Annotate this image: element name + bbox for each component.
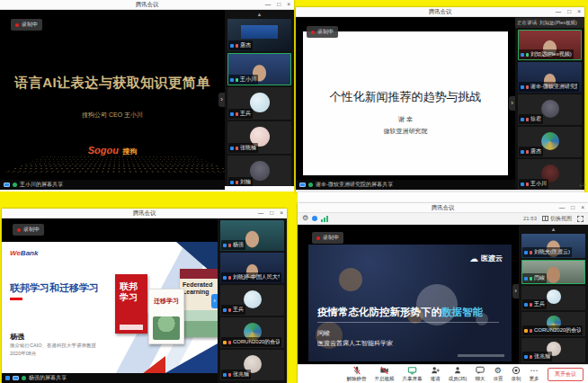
chat-button[interactable]: 聊天 <box>475 367 485 382</box>
participant-tile[interactable]: 唐杰 <box>518 127 582 157</box>
participant-tile[interactable]: 王兵 <box>227 87 291 120</box>
participant-name: 王小川 <box>240 76 256 84</box>
close-button[interactable]: × <box>581 205 584 211</box>
titlebar[interactable]: 腾讯会议 — □ × <box>296 7 584 17</box>
participant-tile[interactable]: CORUN2020的会议 <box>220 317 284 348</box>
settings-gear-icon[interactable]: ⚙ <box>302 215 308 222</box>
sidebar-collapse-handle[interactable]: › <box>512 284 519 298</box>
participant-name: 张兆楠 <box>233 370 249 379</box>
minimize-button[interactable]: — <box>265 2 272 8</box>
book-footer-decoration <box>120 325 143 330</box>
invite-button[interactable]: 邀请 <box>431 367 441 382</box>
tool-label: 共享屏幕 <box>403 376 423 382</box>
book-illustration <box>153 316 180 340</box>
minimize-button[interactable]: — <box>556 9 562 15</box>
participant-name: 刘楠 <box>240 178 251 186</box>
titlebar[interactable]: 腾讯会议 — □ × <box>2 209 287 218</box>
close-button[interactable]: × <box>577 9 581 15</box>
participant-tile[interactable]: 王兵 <box>220 285 284 316</box>
slide-title: 联邦学习和迁移学习 <box>10 281 118 295</box>
members-button[interactable]: 成员(35) <box>449 367 468 382</box>
participant-name: 张兆楠 <box>534 352 550 361</box>
record-dot-icon <box>17 228 21 232</box>
participant-tile-active-speaker[interactable]: 闫峻 <box>521 260 585 284</box>
participant-name: 唐杰 <box>530 147 541 156</box>
titlebar[interactable]: 腾讯会议 — □ × <box>0 0 294 10</box>
member-icon <box>223 308 227 312</box>
slide: WeBank 联邦学习和迁移学习 杨强 微众银行CAIO、香港科技大学讲席教授 … <box>2 242 218 374</box>
participant-tile[interactable]: 张晓楠 <box>227 121 291 154</box>
book-cover-federated-cn: 联邦学习 <box>115 274 147 334</box>
participant-name: 唐杰 <box>240 41 251 49</box>
screen-share-icon <box>299 183 306 187</box>
participant-tile-active-speaker[interactable]: 刘知远(Plex视频) <box>518 30 582 60</box>
close-button[interactable]: × <box>287 2 290 8</box>
slide: 个性化新闻推荐的趋势与挑战 谢 幸 微软亚洲研究院 <box>303 31 508 175</box>
recording-label: 录制中 <box>22 21 38 29</box>
mic-icon <box>530 277 532 281</box>
book-illustration <box>180 310 218 337</box>
close-button[interactable]: × <box>280 210 283 217</box>
settings-button[interactable]: ⚙ 设置 <box>493 367 503 382</box>
maximize-button[interactable]: □ <box>270 210 273 217</box>
participant-tile[interactable]: 谢幸-微软亚洲研究院 <box>518 62 582 93</box>
minimize-button[interactable]: — <box>258 210 264 217</box>
switch-view-button[interactable]: 切换视图 <box>542 215 572 223</box>
titlebar[interactable]: 腾讯会议 — □ × <box>298 203 588 213</box>
participant-tile[interactable]: 王兵 <box>521 286 585 310</box>
start-video-button[interactable]: 开启视频 <box>375 367 395 382</box>
participants-sidebar: 杨强 刘晓婷-中国人民大学 王兵 CORUN2020的会议 张兆楠 <box>218 218 287 383</box>
participant-tile[interactable]: 杨强 <box>220 220 284 251</box>
mic-icon <box>228 341 231 344</box>
scroll-up-icon[interactable]: ▲ <box>257 11 263 18</box>
sidebar-collapse-handle[interactable]: › <box>218 93 225 107</box>
collage-white-strip <box>298 192 588 203</box>
member-icon <box>521 85 524 89</box>
maximize-button[interactable]: □ <box>567 9 571 15</box>
avatar <box>541 132 559 150</box>
maximize-button[interactable]: □ <box>277 2 281 8</box>
share-status-text: 王小川的屏幕共享 <box>20 181 63 189</box>
slide-title: 语言AI让表达与获取知识更简单 <box>0 75 225 92</box>
participant-tile[interactable]: 刘晓婷-中国人民大学 <box>220 253 284 283</box>
sidebar-collapse-handle[interactable]: › <box>211 294 218 308</box>
more-button[interactable]: ⋯ 更多 <box>529 367 539 382</box>
unmute-button[interactable]: 解除静音 <box>347 367 367 382</box>
tool-label: 录制 <box>511 376 521 382</box>
collage-canvas: 腾讯会议 — □ × 录制中 语言AI让表达与获取知识更简单 搜狗公司 CEO … <box>0 0 588 383</box>
participant-tile[interactable]: CORUN2020的会议 <box>521 312 585 336</box>
record-dot-icon <box>15 23 19 27</box>
maximize-button[interactable]: □ <box>571 205 575 211</box>
member-icon <box>524 277 528 281</box>
share-screen-button[interactable]: 共享屏幕 <box>403 367 423 382</box>
window-title: 腾讯会议 <box>432 204 455 212</box>
sogou-logo-cn: 搜狗 <box>122 147 137 156</box>
scroll-up-icon[interactable]: ▲ <box>551 226 557 233</box>
minimize-button[interactable]: — <box>559 205 566 211</box>
tool-label: 设置 <box>493 376 503 382</box>
mic-icon <box>530 303 532 307</box>
meeting-status-bar: ⚙ 21:53 切换视图 <box>298 213 588 225</box>
record-button[interactable]: 录制 <box>511 367 521 382</box>
slide-date: 2020年08月 <box>10 351 36 357</box>
mic-icon <box>236 78 238 82</box>
participant-tile[interactable]: 刘楠 <box>227 156 291 188</box>
participant-tile[interactable]: 唐杰 <box>227 19 291 51</box>
sidebar-collapse-handle[interactable]: › <box>509 96 515 111</box>
fullscreen-icon[interactable] <box>577 216 584 222</box>
mic-icon <box>228 308 231 312</box>
participant-name: 王小川 <box>530 180 547 188</box>
participant-tile[interactable]: 王小川 <box>518 159 582 190</box>
meeting-toolbar: 解除静音 开启视频 共享屏幕 邀请 <box>298 364 588 383</box>
participant-tile[interactable]: 徐君 <box>518 94 582 125</box>
participant-tile[interactable]: 张兆楠 <box>521 338 585 362</box>
participant-name: 闫峻 <box>534 274 545 282</box>
participant-name: 王兵 <box>240 110 251 118</box>
participant-tile[interactable]: 刘晓光(医渡云) <box>521 234 585 258</box>
participant-tile[interactable]: 张兆楠 <box>220 350 284 380</box>
tool-label: 成员(35) <box>449 376 468 382</box>
record-circle-icon <box>512 367 521 375</box>
participant-tile-active-speaker[interactable]: 王小川 <box>227 53 291 85</box>
leave-meeting-button[interactable]: 离开会议 <box>548 368 584 381</box>
mic-icon <box>228 244 231 247</box>
